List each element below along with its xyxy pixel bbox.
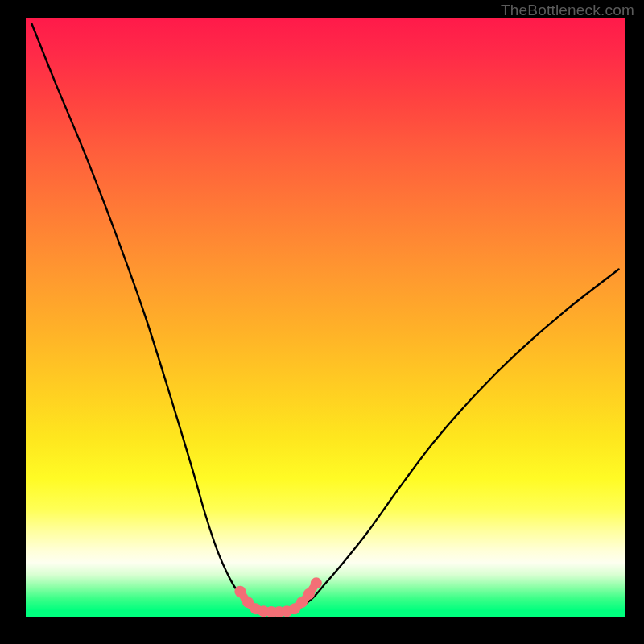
bottleneck-left-curve [31,23,253,608]
valley-pink-dots [234,577,321,617]
chart-frame: TheBottleneck.com [0,0,644,644]
plot-area [26,18,625,617]
bottleneck-right-curve [301,269,618,607]
valley-dot [234,586,246,597]
curve-layer [26,18,625,617]
watermark-text: TheBottleneck.com [501,2,634,19]
valley-dot [311,577,322,588]
valley-dot [303,588,315,600]
